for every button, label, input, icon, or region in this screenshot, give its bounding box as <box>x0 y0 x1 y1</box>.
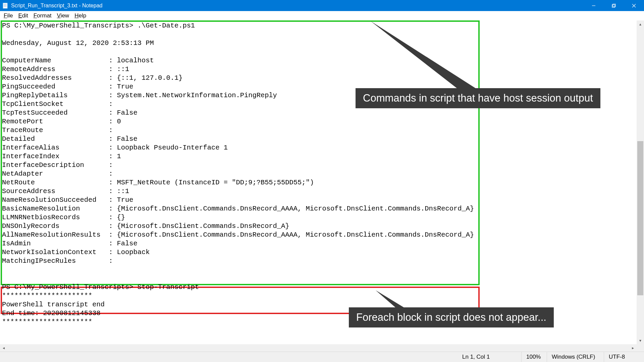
text-area-wrap: PS C:\My_PowerShell_Transcripts> .\Get-D… <box>0 20 644 352</box>
window-title: Script_Run_Transcript_3.txt - Notepad <box>11 3 102 9</box>
maximize-button[interactable] <box>604 0 624 11</box>
scroll-down-icon[interactable]: ▾ <box>637 337 644 344</box>
statusbar: Ln 1, Col 1 100% Windows (CRLF) UTF-8 <box>0 352 644 362</box>
vertical-scroll-thumb[interactable] <box>637 141 643 295</box>
status-zoom: 100% <box>521 352 547 362</box>
menu-help[interactable]: Help <box>72 12 89 20</box>
titlebar: Script_Run_Transcript_3.txt - Notepad <box>0 0 644 11</box>
close-button[interactable] <box>624 0 644 11</box>
menu-view[interactable]: View <box>54 12 72 20</box>
scroll-up-icon[interactable]: ▴ <box>637 20 644 28</box>
svg-rect-5 <box>612 5 615 7</box>
status-cursor-position: Ln 1, Col 1 <box>458 352 521 362</box>
menubar: File Edit Format View Help <box>0 11 644 20</box>
text-area[interactable]: PS C:\My_PowerShell_Transcripts> .\Get-D… <box>0 20 644 352</box>
svg-rect-0 <box>3 3 7 8</box>
vertical-scrollbar[interactable]: ▴ ▾ <box>637 20 644 344</box>
window-controls <box>584 0 644 11</box>
status-encoding: UTF-8 <box>604 352 644 362</box>
menu-format[interactable]: Format <box>31 12 54 20</box>
minimize-button[interactable] <box>584 0 604 11</box>
notepad-app-icon <box>2 2 8 9</box>
menu-file[interactable]: File <box>1 12 15 20</box>
scrollbar-corner <box>637 344 644 352</box>
scroll-left-icon[interactable]: ◂ <box>0 346 7 350</box>
horizontal-scrollbar[interactable]: ◂ ▸ <box>0 344 637 352</box>
scroll-right-icon[interactable]: ▸ <box>629 346 637 350</box>
svg-rect-6 <box>613 4 615 7</box>
status-line-ending: Windows (CRLF) <box>547 352 604 362</box>
menu-edit[interactable]: Edit <box>15 12 31 20</box>
